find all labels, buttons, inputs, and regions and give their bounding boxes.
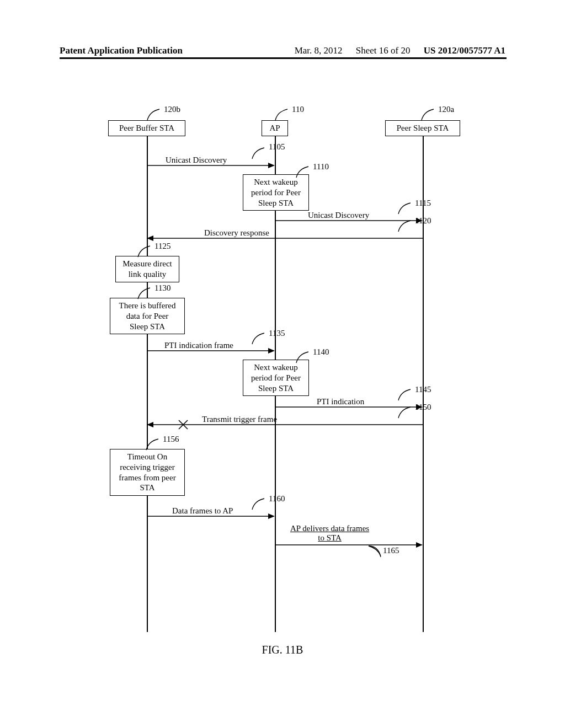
lifeline-peer-sleep (423, 136, 424, 632)
actor-ap: AP (262, 120, 288, 136)
ref-1160: 1160 (269, 494, 285, 504)
header-rule (60, 57, 507, 59)
ref-curve-1165 (367, 545, 384, 558)
ref-curve-1115 (397, 202, 414, 215)
msg-1130: There is buffered data for Peer Sleep ST… (119, 301, 175, 331)
ref-120a: 120a (438, 105, 454, 114)
ref-curve-1160 (251, 497, 268, 511)
ref-1105: 1105 (269, 142, 285, 152)
actor-peer-buffer: Peer Buffer STA (108, 120, 185, 136)
svg-marker-11 (147, 422, 153, 427)
ref-120b: 120b (164, 105, 180, 114)
msg-1105: Unicast Discovery (166, 156, 227, 165)
actor-ap-label: AP (269, 124, 280, 132)
ref-curve-1125 (137, 245, 153, 258)
ref-curve-120b (146, 108, 163, 121)
msg-1135: PTI indication frame (164, 341, 233, 350)
msg-1140: Next wakeup period for Peer Sleep STA (251, 363, 301, 393)
ref-curve-1135 (251, 332, 268, 345)
ref-1150: 1150 (415, 403, 431, 412)
box-1125: Measure direct link quality (115, 256, 179, 282)
figure-caption: FIG. 11B (0, 644, 565, 656)
lifeline-peer-buffer (147, 136, 148, 632)
box-1130: There is buffered data for Peer Sleep ST… (110, 298, 185, 334)
msg-1110: Next wakeup period for Peer Sleep STA (251, 178, 301, 207)
msg-1165: AP delivers data frames to STA (290, 524, 369, 543)
sequence-diagram: Peer Buffer STA AP Peer Sleep STA 120b 1… (0, 110, 565, 640)
arrow-1150 (147, 419, 424, 430)
ref-1115: 1115 (415, 199, 431, 208)
ref-1145: 1145 (415, 385, 431, 394)
ref-curve-1145 (397, 388, 414, 402)
ref-1125: 1125 (154, 242, 170, 251)
svg-marker-17 (416, 542, 423, 548)
svg-marker-5 (147, 235, 153, 241)
ref-curve-1150 (397, 406, 414, 419)
ref-1135: 1135 (269, 329, 285, 338)
msg-1125: Measure direct link quality (122, 259, 172, 279)
msg-1120: Discovery response (204, 228, 269, 238)
header-date: Mar. 8, 2012 (295, 45, 343, 56)
ref-curve-1120 (397, 220, 414, 233)
ref-curve-1130 (137, 287, 153, 300)
box-1110: Next wakeup period for Peer Sleep STA (243, 174, 309, 211)
ref-1110: 1110 (313, 162, 329, 172)
ref-curve-1156 (145, 438, 162, 451)
actor-peer-buffer-label: Peer Buffer STA (119, 124, 174, 132)
svg-marker-15 (268, 513, 275, 519)
ref-curve-110 (274, 108, 291, 121)
ref-1130: 1130 (154, 283, 170, 293)
header-left: Patent Application Publication (60, 45, 183, 56)
ref-110: 110 (292, 105, 304, 114)
svg-marker-1 (268, 163, 275, 168)
header-pubnum: US 2012/0057577 A1 (424, 45, 505, 56)
actor-peer-sleep-label: Peer Sleep STA (397, 124, 449, 132)
actor-peer-sleep: Peer Sleep STA (385, 120, 460, 136)
ref-1120: 1120 (415, 216, 431, 226)
ref-curve-1140 (295, 351, 312, 364)
header-sheet: Sheet 16 of 20 (356, 45, 411, 56)
page-header: Patent Application Publication Mar. 8, 2… (0, 45, 565, 56)
ref-curve-120a (420, 108, 437, 121)
ref-1156: 1156 (163, 435, 179, 444)
msg-1115: Unicast Discovery (308, 211, 369, 220)
ref-1140: 1140 (313, 347, 329, 357)
header-right-group: Mar. 8, 2012 Sheet 16 of 20 US 2012/0057… (295, 45, 505, 56)
svg-marker-7 (268, 348, 275, 354)
arrow-1120 (147, 233, 424, 244)
ref-curve-1110 (295, 165, 312, 179)
ref-1165: 1165 (383, 546, 399, 555)
msg-1145: PTI indication (317, 397, 364, 406)
msg-1156: Timeout On receiving trigger frames from… (119, 452, 175, 492)
box-1156: Timeout On receiving trigger frames from… (110, 449, 185, 496)
msg-1160: Data frames to AP (172, 506, 233, 516)
box-1140: Next wakeup period for Peer Sleep STA (243, 360, 309, 396)
ref-curve-1105 (251, 147, 268, 160)
msg-1150: Transmit trigger frame (202, 415, 277, 424)
